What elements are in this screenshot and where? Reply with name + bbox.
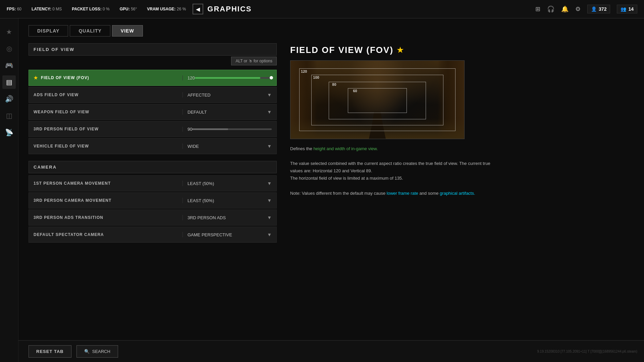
weapon-fov-value: DEFAULT ▼ — [182, 109, 276, 115]
vehicle-fov-label: VEHICLE FIELD OF VIEW — [29, 144, 182, 148]
back-button[interactable]: ◀ — [193, 4, 203, 14]
fov-slider-thumb — [270, 76, 273, 79]
avatar-icon: 👤 — [591, 6, 597, 12]
reset-tab-button[interactable]: RESET TAB — [29, 345, 71, 358]
3rd-person-fov-value: 90 — [182, 127, 276, 132]
fov-label-60: 60 — [353, 89, 357, 93]
content-area: FIELD OF VIEW ALT or 🖱 for options ★ FIE… — [18, 40, 644, 362]
chevron-down-icon: ▼ — [267, 198, 272, 203]
fov-preview: 60 80 100 120 — [290, 60, 465, 139]
setting-ads-fov[interactable]: ADS FIELD OF VIEW AFFECTED ▼ — [29, 87, 277, 103]
fov-description: Defines the height and width of in-game … — [290, 145, 498, 197]
tab-view[interactable]: VIEW — [112, 25, 143, 37]
setting-spectator-camera[interactable]: DEFAULT SPECTATOR CAMERA GAME PERSPECTIV… — [29, 227, 277, 243]
sidebar-item-favorites[interactable]: ★ — [2, 25, 16, 39]
right-panel: FIELD OF VIEW (FOV) ★ — [290, 43, 634, 362]
1st-person-camera-label: 1ST PERSON CAMERA MOVEMENT — [29, 181, 182, 186]
bottom-bar: RESET TAB 🔍 SEARCH 9.19.15208310 [77.105… — [18, 340, 644, 362]
version-text: 9.19.15208310 [77.105.2091+11] T [7000][… — [537, 350, 638, 353]
title-star-icon: ★ — [397, 46, 404, 55]
packet-loss-stat: PACKET LOSS: 0 % — [72, 7, 109, 11]
3rd-person-ads-value: 3RD PERSON ADS ▼ — [182, 215, 276, 220]
grid-icon[interactable]: ⊞ — [535, 5, 540, 13]
camera-section-header: CAMERA — [29, 161, 277, 173]
3rd-person-camera-label: 3RD PERSON CAMERA MOVEMENT — [29, 198, 182, 203]
currency1-badge: 👤 372 — [587, 5, 610, 13]
fov-label: ★ FIELD OF VIEW (FOV) — [29, 75, 182, 80]
search-button[interactable]: 🔍 SEARCH — [76, 345, 118, 358]
fov-detail-title: FIELD OF VIEW (FOV) ★ — [290, 45, 634, 55]
3rd-person-camera-value: LEAST (50%) ▼ — [182, 198, 276, 203]
vehicle-fov-value: WIDE ▼ — [182, 143, 276, 149]
setting-vehicle-fov[interactable]: VEHICLE FIELD OF VIEW WIDE ▼ — [29, 138, 277, 154]
chevron-down-icon: ▼ — [267, 143, 272, 149]
sidebar-item-audio[interactable]: 🔊 — [2, 92, 16, 106]
desc-line1: Defines the height and width of in-game … — [290, 145, 498, 153]
fov-section-header: FIELD OF VIEW — [29, 43, 277, 56]
latency-stat: LATENCY: 0 MS — [32, 7, 62, 11]
fov-preview-inner: 60 80 100 120 — [290, 61, 464, 139]
fps-stat: FPS: 60 — [7, 7, 21, 11]
chevron-down-icon: ▼ — [267, 92, 272, 98]
topbar: FPS: 60 LATENCY: 0 MS PACKET LOSS: 0 % G… — [0, 0, 644, 18]
fov-value: 120 — [182, 75, 276, 80]
setting-fov[interactable]: ★ FIELD OF VIEW (FOV) 120 — [29, 70, 277, 86]
sidebar-item-interface[interactable]: ◫ — [2, 109, 16, 122]
3rd-person-fov-track — [192, 128, 272, 130]
sidebar-item-controller[interactable]: 🎮 — [2, 59, 16, 72]
notification-icon[interactable]: 🔔 — [561, 5, 569, 13]
tab-quality[interactable]: QUALITY — [70, 25, 110, 37]
sidebar-item-mouse[interactable]: ◎ — [2, 42, 16, 55]
chevron-down-icon: ▼ — [267, 215, 272, 220]
vram-stat: VRAM USAGE: 26 % — [147, 7, 186, 11]
desc-line3: The horizontal field of view is limited … — [290, 175, 498, 182]
left-panel: FIELD OF VIEW ALT or 🖱 for options ★ FIE… — [29, 43, 277, 362]
sidebar: ★ ◎ 🎮 ▤ 🔊 ◫ 📡 — [0, 18, 18, 362]
fov-star-icon: ★ — [34, 75, 38, 80]
group-icon: 👥 — [621, 6, 626, 12]
sidebar-item-network[interactable]: 📡 — [2, 126, 16, 139]
topbar-right: ⊞ 🎧 🔔 ⚙ 👤 372 👥 14 — [535, 5, 637, 13]
headphones-icon[interactable]: 🎧 — [547, 5, 554, 13]
fov-slider[interactable] — [195, 77, 272, 79]
ads-fov-value: AFFECTED ▼ — [182, 92, 276, 98]
setting-1st-person-camera[interactable]: 1ST PERSON CAMERA MOVEMENT LEAST (50%) ▼ — [29, 175, 277, 191]
note-highlight-artifacts: graphical artifacts. — [440, 191, 475, 196]
3rd-person-ads-label: 3RD PERSON ADS TRANSITION — [29, 215, 182, 220]
currency2-badge: 👥 14 — [617, 5, 637, 13]
ads-fov-label: ADS FIELD OF VIEW — [29, 93, 182, 97]
settings-icon[interactable]: ⚙ — [575, 5, 581, 13]
desc-note: Note: Values different from the default … — [290, 190, 498, 197]
setting-3rd-person-fov[interactable]: 3RD PERSON FIELD OF VIEW 90 — [29, 121, 277, 137]
desc-highlight-green: height and width of in-game view. — [313, 146, 378, 151]
camera-settings: 1ST PERSON CAMERA MOVEMENT LEAST (50%) ▼… — [29, 175, 277, 243]
1st-person-camera-value: LEAST (50%) ▼ — [182, 181, 276, 186]
tab-display[interactable]: DISPLAY — [29, 25, 68, 37]
fov-label-100: 100 — [313, 75, 319, 79]
page-title-area: ◀ GRAPHICS — [193, 4, 252, 14]
note-highlight-framerate: lower frame rate — [387, 191, 418, 196]
chevron-down-icon: ▼ — [267, 181, 272, 186]
3rd-person-fov-label: 3RD PERSON FIELD OF VIEW — [29, 127, 182, 131]
gpu-stat: GPU: 56° — [120, 7, 137, 11]
weapon-fov-label: WEAPON FIELD OF VIEW — [29, 110, 182, 114]
page-title: GRAPHICS — [207, 5, 252, 13]
alt-hint: ALT or 🖱 for options — [231, 57, 277, 65]
desc-line2: The value selected combined with the cur… — [290, 160, 498, 175]
setting-3rd-person-ads[interactable]: 3RD PERSON ADS TRANSITION 3RD PERSON ADS… — [29, 209, 277, 226]
setting-weapon-fov[interactable]: WEAPON FIELD OF VIEW DEFAULT ▼ — [29, 104, 277, 120]
fov-slider-fill — [195, 77, 260, 79]
setting-3rd-person-camera[interactable]: 3RD PERSON CAMERA MOVEMENT LEAST (50%) ▼ — [29, 192, 277, 208]
spectator-camera-value: GAME PERSPECTIVE ▼ — [182, 232, 276, 237]
search-icon: 🔍 — [84, 349, 90, 354]
fov-slider-track — [195, 77, 272, 79]
3rd-person-fov-slider[interactable] — [192, 128, 272, 130]
alt-hint-row: ALT or 🖱 for options — [29, 57, 277, 68]
main-content: DISPLAY QUALITY VIEW FIELD OF VIEW ALT o… — [18, 18, 644, 362]
fov-settings: ★ FIELD OF VIEW (FOV) 120 — [29, 70, 277, 154]
chevron-down-icon: ▼ — [267, 109, 272, 115]
sidebar-item-display[interactable]: ▤ — [2, 75, 16, 89]
fov-label-120: 120 — [301, 69, 307, 73]
topbar-stats: FPS: 60 LATENCY: 0 MS PACKET LOSS: 0 % G… — [7, 7, 186, 11]
fov-label-80: 80 — [332, 82, 336, 86]
